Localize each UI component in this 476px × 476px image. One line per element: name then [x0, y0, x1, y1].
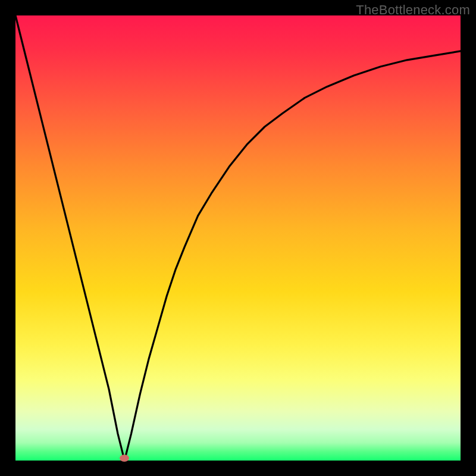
bottleneck-curve [15, 15, 461, 461]
plot-area [15, 15, 461, 461]
curve-svg [15, 15, 461, 461]
chart-frame: TheBottleneck.com [0, 0, 476, 476]
watermark-text: TheBottleneck.com [356, 2, 470, 18]
min-point-marker [120, 455, 129, 462]
